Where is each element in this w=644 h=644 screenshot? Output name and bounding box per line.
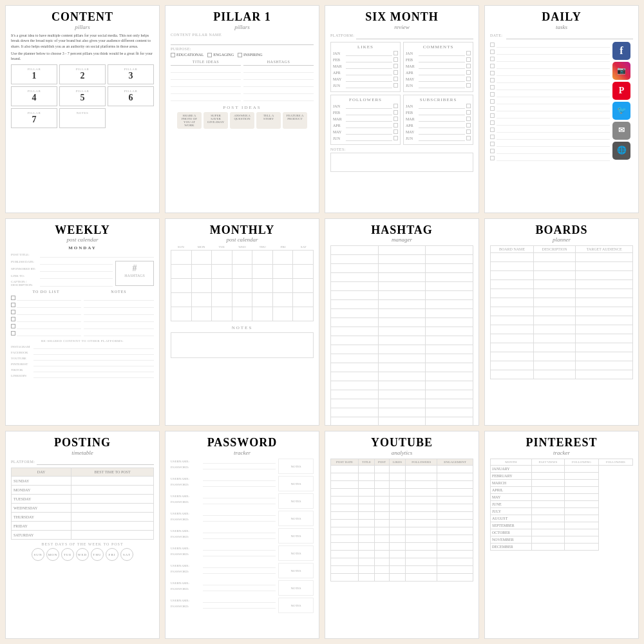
hashtag-cell[interactable]	[378, 363, 426, 372]
pw-username-input[interactable]	[203, 598, 276, 603]
notes-area[interactable]	[171, 332, 314, 358]
hashtag-cell[interactable]	[378, 264, 426, 273]
pt-cell[interactable]	[531, 544, 564, 551]
hashtag-cell[interactable]	[331, 291, 379, 300]
hashtag-cell[interactable]	[426, 408, 473, 417]
boards-cell[interactable]	[576, 352, 633, 361]
yt-cell[interactable]	[437, 520, 473, 527]
yt-cell[interactable]	[437, 504, 473, 512]
hashtag-cell[interactable]	[378, 354, 426, 363]
hashtag-cell[interactable]	[426, 318, 473, 327]
hashtag-cell[interactable]	[331, 327, 379, 336]
yt-cell[interactable]	[389, 489, 405, 497]
hashtag-cell[interactable]	[331, 246, 379, 255]
yt-cell[interactable]	[437, 473, 473, 481]
pt-cell[interactable]	[565, 501, 599, 508]
pt-cell[interactable]	[565, 522, 599, 529]
hashtag-cell[interactable]	[331, 336, 379, 345]
pw-password-input[interactable]	[203, 534, 276, 539]
yt-cell[interactable]	[437, 558, 473, 566]
yt-cell[interactable]	[331, 466, 359, 473]
yt-cell[interactable]	[437, 566, 473, 574]
hashtag-cell[interactable]	[426, 399, 473, 408]
pt-cell[interactable]	[531, 536, 564, 544]
boards-cell[interactable]	[576, 343, 633, 352]
yt-cell[interactable]	[359, 481, 375, 489]
hashtag-cell[interactable]	[426, 264, 473, 273]
pt-cell[interactable]	[531, 529, 564, 536]
hashtag-cell[interactable]	[331, 381, 379, 390]
hashtag-cell[interactable]	[331, 354, 379, 363]
checkbox-engaging[interactable]: ENGAGING	[207, 53, 234, 57]
boards-cell[interactable]	[576, 289, 633, 298]
boards-cell[interactable]	[576, 307, 633, 316]
hashtag-cell[interactable]	[331, 264, 379, 273]
hashtag-cell[interactable]	[378, 345, 426, 354]
yt-cell[interactable]	[406, 481, 437, 489]
yt-cell[interactable]	[406, 473, 437, 481]
yt-cell[interactable]	[331, 558, 359, 566]
yt-cell[interactable]	[437, 551, 473, 558]
yt-cell[interactable]	[389, 566, 405, 574]
yt-cell[interactable]	[359, 535, 375, 543]
boards-cell[interactable]	[576, 262, 633, 271]
boards-cell[interactable]	[576, 280, 633, 289]
boards-cell[interactable]	[491, 307, 534, 316]
posting-time[interactable]	[71, 531, 154, 540]
pt-cell[interactable]	[531, 466, 564, 473]
pt-cell[interactable]	[531, 473, 564, 480]
hashtag-cell[interactable]	[426, 363, 473, 372]
yt-cell[interactable]	[437, 497, 473, 504]
yt-cell[interactable]	[375, 504, 390, 512]
yt-cell[interactable]	[406, 558, 437, 566]
boards-cell[interactable]	[576, 325, 633, 334]
boards-cell[interactable]	[533, 316, 575, 325]
yt-cell[interactable]	[359, 574, 375, 582]
boards-cell[interactable]	[533, 253, 575, 262]
notes-box[interactable]	[330, 153, 473, 172]
hashtag-cell[interactable]	[331, 390, 379, 399]
posting-time[interactable]	[71, 495, 154, 504]
boards-cell[interactable]	[491, 298, 534, 307]
pt-cell[interactable]	[531, 487, 564, 494]
hashtag-cell[interactable]	[331, 282, 379, 291]
yt-cell[interactable]	[331, 535, 359, 543]
hashtag-cell[interactable]	[331, 417, 379, 426]
pt-cell[interactable]	[565, 466, 599, 473]
yt-cell[interactable]	[406, 574, 437, 582]
hashtag-cell[interactable]	[331, 345, 379, 354]
hashtag-cell[interactable]	[378, 309, 426, 318]
yt-cell[interactable]	[437, 466, 473, 473]
hashtag-cell[interactable]	[426, 372, 473, 381]
yt-cell[interactable]	[331, 512, 359, 520]
yt-cell[interactable]	[437, 489, 473, 497]
hashtag-cell[interactable]	[426, 354, 473, 363]
yt-cell[interactable]	[359, 473, 375, 481]
yt-cell[interactable]	[389, 574, 405, 582]
boards-cell[interactable]	[533, 298, 575, 307]
boards-cell[interactable]	[576, 334, 633, 343]
pt-cell[interactable]	[565, 473, 599, 480]
boards-cell[interactable]	[533, 289, 575, 298]
yt-cell[interactable]	[406, 543, 437, 551]
pw-username-input[interactable]	[203, 493, 276, 498]
pt-cell[interactable]	[565, 515, 599, 522]
pt-cell[interactable]	[565, 487, 599, 494]
hashtag-cell[interactable]	[426, 327, 473, 336]
boards-cell[interactable]	[491, 343, 534, 352]
checkbox-educational[interactable]: EDUCATIONAL	[171, 53, 204, 57]
pt-cell[interactable]	[565, 544, 599, 551]
hashtag-cell[interactable]	[378, 336, 426, 345]
yt-cell[interactable]	[389, 497, 405, 504]
hashtag-cell[interactable]	[378, 327, 426, 336]
boards-cell[interactable]	[576, 316, 633, 325]
hashtag-cell[interactable]	[378, 246, 426, 255]
yt-cell[interactable]	[331, 551, 359, 558]
pw-password-input[interactable]	[203, 482, 276, 487]
hashtag-cell[interactable]	[378, 408, 426, 417]
hashtag-cell[interactable]	[331, 273, 379, 282]
hashtag-cell[interactable]	[331, 408, 379, 417]
posting-time[interactable]	[71, 522, 154, 531]
hashtag-cell[interactable]	[426, 273, 473, 282]
yt-cell[interactable]	[375, 551, 390, 558]
